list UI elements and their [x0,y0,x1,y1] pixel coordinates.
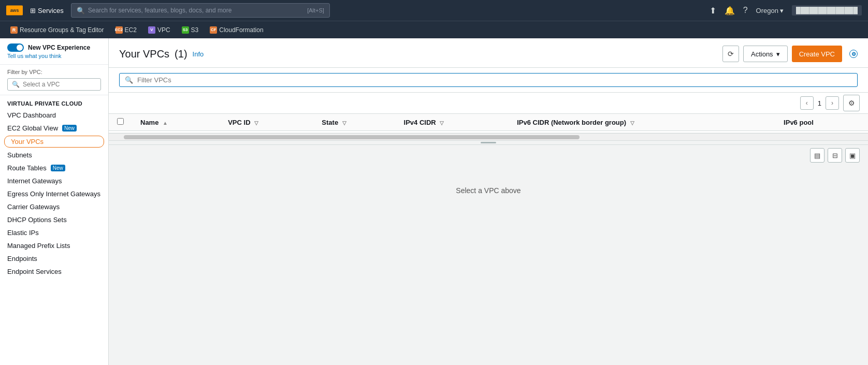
help-icon[interactable]: ? [743,6,748,15]
breadcrumb-resource-groups[interactable]: R Resource Groups & Tag Editor [6,23,108,37]
table-settings-icon-btn[interactable]: ⚙ [843,95,860,111]
sidebar-item-carrier-gateways[interactable]: Carrier Gateways [0,200,108,213]
sidebar-item-internet-gateways[interactable]: Internet Gateways [0,174,108,187]
sidebar-item-elastic-ips[interactable]: Elastic IPs [0,226,108,239]
sidebar-item-subnets[interactable]: Subnets [0,149,108,162]
page-header: Your VPCs (1) Info ⟳ Actions ▾ Create VP… [109,38,868,68]
page-title: Your VPCs [119,48,169,60]
search-icon: 🔍 [77,7,85,14]
ipv6-sort-icon: ▽ [630,120,634,126]
create-vpc-button[interactable]: Create VPC [792,46,842,62]
table-scroll-area: ‹ 1 › ⚙ Name ▲ VPC [109,93,868,140]
select-all-checkbox[interactable] [117,118,124,125]
new-vpc-feedback-link[interactable]: Tell us what you think [7,53,101,59]
route-tables-new-badge: New [51,165,65,171]
col-vpc-id[interactable]: VPC ID ▽ [220,114,313,131]
grid-icon: ⊞ [30,7,36,14]
region-arrow: ▾ [780,7,784,14]
internet-gateways-label: Internet Gateways [7,177,62,185]
refresh-button[interactable]: ⟳ [722,46,739,62]
sidebar-item-your-vpcs[interactable]: Your VPCs [4,136,104,148]
main-content: Your VPCs (1) Info ⟳ Actions ▾ Create VP… [109,38,868,365]
breadcrumb-vpc[interactable]: V VPC [144,23,175,37]
elastic-ips-label: Elastic IPs [7,229,39,237]
sidebar-collapse-toggle[interactable]: ◀ [108,193,109,211]
aws-logo[interactable]: aws [6,5,23,16]
route-tables-label: Route Tables [7,164,47,172]
cloudformation-icon: CF [210,26,217,34]
sidebar-item-egress-only[interactable]: Egress Only Internet Gateways [0,187,108,200]
detail-panel-area: ▤ ⊟ ▣ Select a VPC above [109,140,868,365]
page-number: 1 [818,99,821,107]
account-menu[interactable]: ██████████████ [792,5,862,16]
col-state[interactable]: State ▽ [313,114,395,131]
actions-arrow-icon: ▾ [776,50,780,58]
region-label: Oregon [756,7,778,14]
horizontal-scrollbar[interactable] [109,133,868,140]
main-layout: ◀ New VPC Experience Tell us what you th… [0,38,868,365]
name-sort-icon: ▲ [163,120,168,126]
svg-text:aws: aws [10,8,19,13]
filter-label: Filter by VPC: [7,69,101,75]
detail-panel-btn-1[interactable]: ▤ [810,148,824,163]
filter-bar: 🔍 [109,68,868,93]
filter-icon: 🔍 [125,76,133,84]
sidebar-item-route-tables[interactable]: Route Tables New [0,162,108,174]
select-all-col [109,114,132,131]
breadcrumb-ec2[interactable]: EC2 EC2 [111,23,141,37]
sidebar-item-ec2-global-view[interactable]: EC2 Global View New [0,122,108,135]
new-vpc-toggle[interactable] [7,43,24,52]
detail-panel-btn-2[interactable]: ⊟ [828,148,842,163]
ec2-icon: EC2 [115,26,123,34]
detail-drag-handle[interactable] [109,141,868,145]
page-settings-icon[interactable]: ⚙ [849,50,858,58]
bell-icon[interactable]: 🔔 [725,6,735,16]
sidebar-group-title: VIRTUAL PRIVATE CLOUD [0,95,108,109]
sidebar: ◀ New VPC Experience Tell us what you th… [0,38,109,365]
pagination-top: ‹ 1 › ⚙ [109,93,868,114]
breadcrumb-nav: R Resource Groups & Tag Editor EC2 EC2 V… [0,21,868,38]
new-vpc-experience-section: New VPC Experience Tell us what you thin… [0,38,108,65]
your-vpcs-label: Your VPCs [11,138,44,145]
services-button[interactable]: ⊞ Resource Groups & Tag Editor Services [27,5,67,17]
actions-button[interactable]: Actions ▾ [743,46,788,62]
endpoint-services-label: Endpoint Services [7,268,62,275]
select-vpc-message: Select a VPC above [109,166,868,215]
col-ipv6-cidr[interactable]: IPv6 CIDR (Network border group) ▽ [509,114,775,131]
detail-panel-btn-3[interactable]: ▣ [845,148,860,163]
search-input[interactable] [88,7,304,14]
breadcrumb-cloudformation[interactable]: CF CloudFormation [206,23,267,37]
prev-page-button[interactable]: ‹ [800,96,814,110]
col-ipv4-cidr[interactable]: IPv4 CIDR ▽ [396,114,509,131]
dhcp-options-label: DHCP Options Sets [7,216,67,224]
vpc-id-sort-icon: ▽ [254,120,258,126]
ec2-global-view-new-badge: New [62,125,77,132]
global-search-bar: 🔍 [Alt+S] [71,3,330,18]
breadcrumb-s3[interactable]: S3 S3 [178,23,203,37]
col-name[interactable]: Name ▲ [132,114,220,131]
detail-panel-controls: ▤ ⊟ ▣ [109,145,868,166]
vpc-filter-input[interactable] [23,81,100,88]
state-sort-icon: ▽ [342,120,346,126]
next-page-button[interactable]: › [826,96,839,110]
sidebar-item-dhcp-options[interactable]: DHCP Options Sets [0,213,108,226]
upload-icon[interactable]: ⬆ [710,6,716,16]
vpc-table-filter-input[interactable] [137,76,852,84]
carrier-gateways-label: Carrier Gateways [7,203,60,211]
sidebar-item-endpoint-services[interactable]: Endpoint Services [0,265,108,278]
col-ipv6-pool: IPv6 pool [775,114,868,131]
sidebar-item-managed-prefix[interactable]: Managed Prefix Lists [0,239,108,252]
sidebar-item-vpc-dashboard[interactable]: VPC Dashboard [0,109,108,122]
header-actions: ⟳ Actions ▾ Create VPC ⚙ [722,46,858,62]
filter-search-icon: 🔍 [12,81,20,88]
h-scroll-track [124,135,580,139]
region-selector[interactable]: Oregon ▾ [756,7,784,14]
s3-icon: S3 [182,26,189,34]
table-header-row: Name ▲ VPC ID ▽ State ▽ IPv4 CIDR [109,114,868,131]
nav-icons: ⬆ 🔔 ? Oregon ▾ ██████████████ [710,5,862,16]
sidebar-item-endpoints[interactable]: Endpoints [0,252,108,265]
vpc-filter-bar: 🔍 [119,73,858,87]
info-link[interactable]: Info [193,50,204,58]
vpc-table: Name ▲ VPC ID ▽ State ▽ IPv4 CIDR [109,114,868,133]
egress-only-label: Egress Only Internet Gateways [7,190,100,198]
